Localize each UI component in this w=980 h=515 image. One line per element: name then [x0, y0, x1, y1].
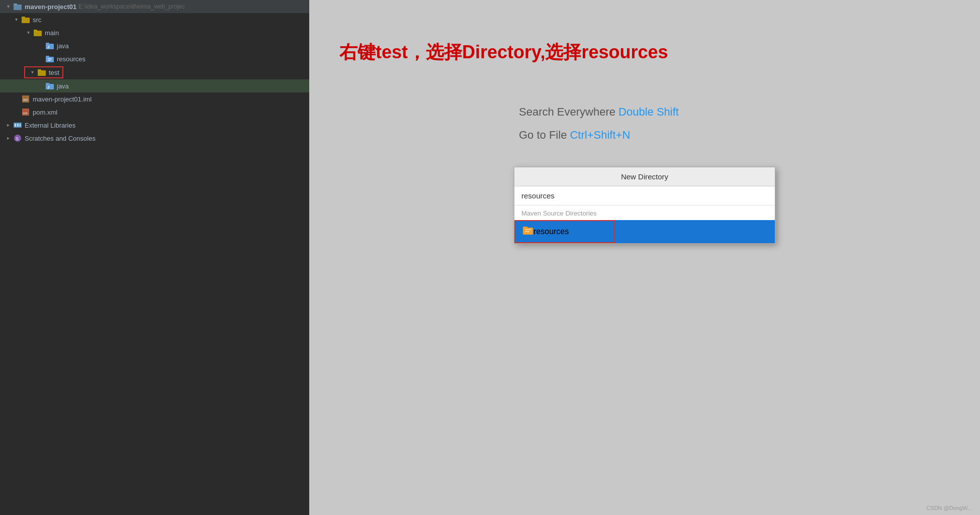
project-name: maven-project01: [25, 3, 76, 11]
suggestion-text: resources: [533, 227, 569, 236]
main-label: main: [45, 29, 59, 37]
svg-rect-14: [38, 69, 41, 71]
folder-icon-test: [37, 68, 46, 76]
project-icon: [13, 3, 22, 11]
svg-rect-7: [46, 43, 49, 44]
svg-rect-13: [38, 70, 46, 76]
src-label: src: [33, 16, 41, 24]
watermark: CSDN @DongW...: [926, 505, 972, 511]
svg-rect-2: [22, 18, 30, 23]
iml-label: maven-project01.iml: [33, 95, 92, 103]
pom-icon: xml: [21, 108, 30, 116]
folder-icon-main: [33, 29, 42, 37]
expand-arrow-main: [24, 29, 32, 37]
hint-goto-file: Go to File Ctrl+Shift+N: [519, 129, 770, 142]
directory-name-input[interactable]: [514, 186, 775, 205]
svg-text:xml: xml: [23, 112, 27, 115]
expand-arrow-scratches: [4, 134, 12, 142]
svg-rect-10: [46, 56, 49, 57]
hint-goto-prefix: Go to File: [519, 129, 570, 141]
expand-arrow-ext: [4, 121, 12, 129]
folder-icon-src: [21, 16, 30, 24]
project-path: E:\idea_workspace\itheima_web_projec: [78, 3, 185, 10]
annotation-text: 右键test，选择Directory,选择resources: [339, 40, 668, 65]
iml-icon: iml: [21, 95, 30, 103]
svg-rect-25: [20, 124, 21, 127]
svg-text:S: S: [16, 136, 19, 141]
new-directory-dialog: New Directory Maven Source Directories r…: [514, 167, 775, 244]
folder-icon-java: J: [45, 42, 54, 50]
tree-item-pom[interactable]: xml pom.xml: [0, 106, 309, 119]
folder-icon-resources: [45, 55, 54, 63]
suggestion-item[interactable]: resources: [514, 220, 615, 243]
expand-arrow: [4, 3, 12, 11]
java-test-label: java: [57, 82, 69, 90]
tree-item-java-test[interactable]: J java: [0, 79, 309, 92]
section-label: Maven Source Directories: [514, 205, 775, 220]
svg-rect-3: [22, 17, 25, 18]
svg-text:J: J: [47, 85, 49, 89]
svg-text:J: J: [47, 45, 49, 49]
suggestion-row: resources: [514, 220, 775, 243]
svg-text:iml: iml: [23, 98, 28, 101]
tree-item-test[interactable]: test: [24, 66, 63, 78]
hint-search-everywhere: Search Everywhere Double Shift: [519, 106, 770, 119]
hint-goto-shortcut: Ctrl+Shift+N: [570, 129, 630, 141]
svg-rect-9: [46, 57, 54, 62]
tree-item-project[interactable]: maven-project01 E:\idea_workspace\itheim…: [0, 0, 309, 13]
test-label: test: [49, 69, 59, 76]
main-panel: 右键test，选择Directory,选择resources Search Ev…: [309, 0, 980, 515]
hint-search-prefix: Search Everywhere: [519, 106, 618, 118]
svg-rect-5: [34, 30, 37, 31]
tree-item-iml[interactable]: iml maven-project01.iml: [0, 92, 309, 106]
tree-item-src[interactable]: src: [0, 13, 309, 26]
scratches-icon: S: [13, 134, 22, 142]
ext-libs-label: External Libraries: [25, 122, 75, 129]
hint-search-shortcut: Double Shift: [618, 106, 679, 118]
suggestion-folder-icon: [522, 225, 533, 238]
svg-rect-23: [15, 124, 16, 127]
svg-rect-30: [525, 229, 531, 230]
svg-rect-16: [46, 83, 49, 84]
svg-rect-4: [34, 31, 42, 36]
pom-label: pom.xml: [33, 109, 57, 116]
resources-label: resources: [57, 55, 85, 63]
svg-rect-24: [17, 124, 19, 127]
tree-item-main[interactable]: main: [0, 26, 309, 39]
svg-rect-29: [523, 227, 527, 229]
tree-item-java-main[interactable]: J java: [0, 39, 309, 52]
expand-arrow-src: [12, 16, 20, 24]
dialog-title: New Directory: [514, 167, 775, 186]
svg-rect-31: [525, 231, 529, 232]
svg-rect-0: [14, 5, 22, 10]
tree-item-resources[interactable]: resources: [0, 52, 309, 65]
svg-rect-1: [14, 4, 17, 5]
svg-rect-12: [48, 60, 51, 61]
folder-icon-java-test: J: [45, 82, 54, 90]
ext-lib-icon: [13, 121, 22, 129]
tree-item-scratches[interactable]: S Scratches and Consoles: [0, 132, 309, 145]
tree-item-ext-libs[interactable]: External Libraries: [0, 119, 309, 132]
project-panel: maven-project01 E:\idea_workspace\itheim…: [0, 0, 309, 515]
svg-rect-11: [48, 58, 52, 59]
expand-arrow-test: [28, 68, 36, 76]
scratches-label: Scratches and Consoles: [25, 135, 96, 142]
suggestion-fill: [615, 220, 775, 243]
java-main-label: java: [57, 42, 69, 50]
search-hints: Search Everywhere Double Shift Go to Fil…: [519, 106, 770, 152]
